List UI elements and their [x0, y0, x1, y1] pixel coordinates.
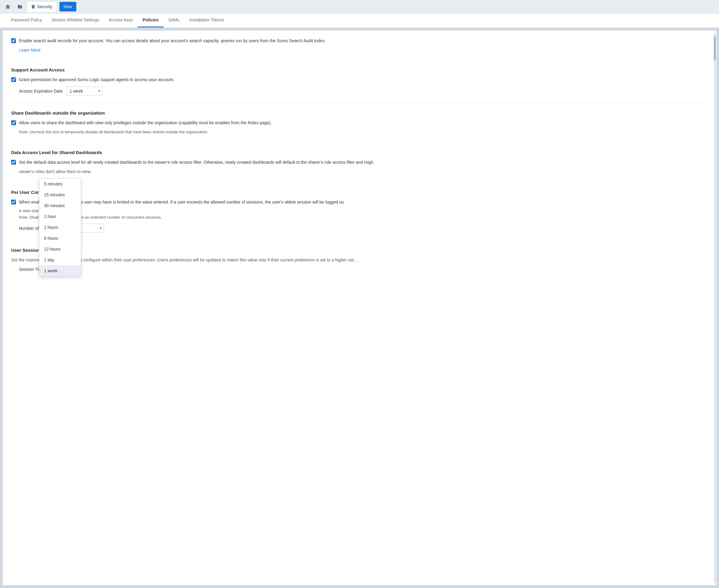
search-audit-checkbox[interactable] [11, 38, 16, 43]
tab-access-keys[interactable]: Access Keys [104, 13, 138, 27]
per-user-concurrent-checkbox[interactable] [11, 200, 16, 205]
tab-service-whitelist[interactable]: Service Whitelist Settings [47, 13, 104, 27]
tab-policies[interactable]: Policies [138, 13, 164, 27]
dropdown-item-2hours[interactable]: 2 hours [39, 222, 81, 233]
share-dashboards-checkbox[interactable] [11, 120, 16, 125]
share-dashboards-section: Share Dashboards outside the organizatio… [11, 110, 708, 143]
main-content: Enable search audit records for your acc… [2, 30, 717, 586]
access-expiration-label: Access Expiration Date [19, 89, 63, 93]
security-tab-label: Security [37, 4, 53, 9]
folder-button[interactable] [15, 1, 25, 12]
share-dashboards-description: Allow users to share the dashboard with … [19, 120, 271, 126]
data-access-description-cont: viewer's roles don't allow them to view. [19, 169, 708, 175]
per-user-concurrent-section: Per User Concu…imit When enabled, curren… [11, 190, 708, 240]
learn-more-link[interactable]: Learn More [19, 48, 41, 52]
dropdown-item-30min[interactable]: 30 minutes [39, 200, 81, 211]
share-dashboards-title: Share Dashboards outside the organizatio… [11, 110, 708, 115]
user-session-timeout-desc: Set the maximum…t users are able to conf… [11, 257, 708, 263]
access-expiration-select-wrapper: 5 minutes 15 minutes 30 minutes 1 hour 2… [66, 87, 103, 96]
new-button-label: New [64, 4, 72, 9]
per-user-desc-cont: e new one. [19, 208, 708, 213]
tab-saml[interactable]: SAML [164, 13, 185, 27]
search-audit-section: Enable search audit records for your acc… [11, 38, 708, 60]
dropdown-item-1day[interactable]: 1 day [39, 254, 81, 265]
dropdown-item-1week[interactable]: 1 week [39, 265, 81, 276]
search-audit-description: Enable search audit records for your acc… [19, 38, 326, 44]
share-dashboards-note: Note: Uncheck this box to temporarily di… [19, 129, 708, 135]
security-tab[interactable]: Security [26, 1, 57, 12]
home-button[interactable] [2, 1, 13, 12]
dropdown-item-6hours[interactable]: 6 hours [39, 233, 81, 244]
dropdown-item-15min[interactable]: 15 minutes [39, 189, 81, 200]
user-session-timeout-title: User Session Ti… [11, 248, 708, 253]
scrollbar-thumb[interactable] [714, 36, 716, 60]
access-expiration-select[interactable]: 5 minutes 15 minutes 30 minutes 1 hour 2… [66, 87, 103, 96]
support-account-checkbox[interactable] [11, 77, 16, 82]
data-access-title: Data Access Level for Shared Dashboards [11, 150, 708, 155]
data-access-section: Data Access Level for Shared Dashboards … [11, 150, 708, 183]
session-timeout-row: Session Timeout [19, 267, 708, 272]
per-user-note: Note: Disablin…ans a user may have an un… [19, 214, 708, 220]
per-user-concurrent-title: Per User Concu…imit [11, 190, 708, 195]
tab-installation-tokens[interactable]: Installation Tokens [185, 13, 229, 27]
dropdown-item-1hour[interactable]: 1 hour [39, 211, 81, 222]
support-account-title: Support Account Access [11, 67, 708, 72]
data-access-checkbox[interactable] [11, 160, 16, 165]
dropdown-overlay: 5 minutes 15 minutes 30 minutes 1 hour 2… [39, 178, 81, 276]
scrollbar-track [714, 33, 716, 583]
new-button[interactable]: New [59, 2, 76, 12]
support-account-section: Support Account Access Grant permission … [11, 67, 708, 103]
access-expiration-row: Access Expiration Date 5 minutes 15 minu… [19, 87, 708, 96]
user-session-timeout-section: User Session Ti… Set the maximum…t users… [11, 248, 708, 279]
tab-password-policy[interactable]: Password Policy [6, 13, 47, 27]
data-access-description: Set the default data access level for al… [19, 159, 373, 166]
concurrent-number-row: Number of co… (to 100) 2 3 4 5 [19, 224, 708, 233]
nav-tabs: Password Policy Service Whitelist Settin… [0, 13, 719, 28]
dropdown-item-5min[interactable]: 5 minutes [39, 178, 81, 189]
support-account-description: Grant permission for approved Sumo Logic… [19, 77, 174, 83]
dropdown-item-12hours[interactable]: 12 hours [39, 244, 81, 254]
